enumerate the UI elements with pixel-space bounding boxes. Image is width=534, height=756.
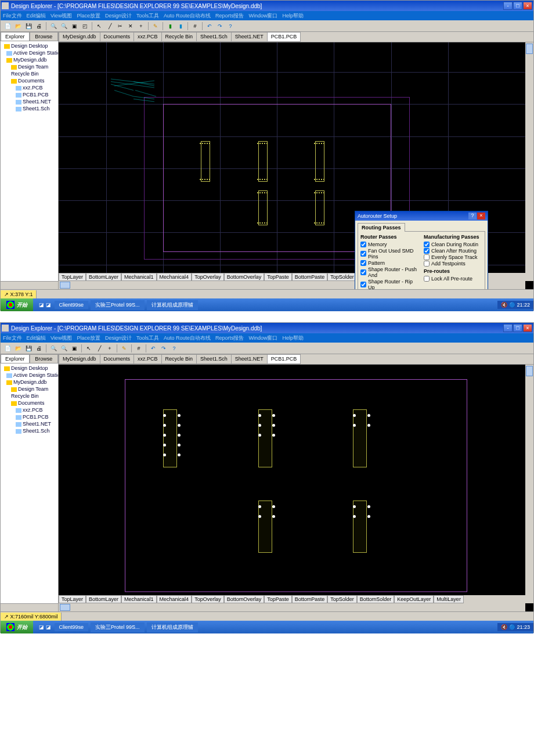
menu-place[interactable]: Place放置 [77, 12, 100, 20]
maximize-button[interactable]: □ [513, 2, 522, 10]
grid-icon[interactable]: # [190, 21, 200, 31]
pencil-icon[interactable]: ✎ [120, 344, 129, 353]
layer-tab[interactable]: TopOverlay [192, 595, 224, 603]
zoom-in-icon[interactable]: 🔍 [49, 21, 58, 31]
chk-testpoints[interactable]: Add Testpoints [424, 261, 482, 267]
start-button[interactable]: 开始 [1, 298, 33, 311]
layer-tab[interactable]: TopOverlay [192, 273, 224, 281]
doc-tab[interactable]: xxz.PCB [134, 32, 162, 42]
doc-tab[interactable]: MyDesign.ddb [59, 32, 100, 42]
layer2-icon[interactable]: ▮ [176, 21, 185, 31]
menu-view[interactable]: View视图 [50, 12, 72, 20]
line-icon[interactable]: ╱ [95, 344, 104, 353]
vertical-scrollbar[interactable] [525, 42, 533, 281]
layer-tab[interactable]: TopLayer [59, 273, 86, 281]
doc-tab-active[interactable]: PCB1.PCB [267, 32, 301, 42]
menu-view[interactable]: View视图 [50, 334, 72, 342]
task-item[interactable]: Client99se [55, 623, 89, 631]
help-icon[interactable]: ? [226, 21, 235, 31]
menu-tools[interactable]: Tools工具 [136, 12, 159, 20]
layer-tab[interactable]: Mechanical4 [157, 595, 192, 603]
menu-autoroute[interactable]: Auto Route自动布线 [164, 334, 211, 342]
task-item[interactable]: 计算机组成原理辅 [147, 622, 198, 632]
layer-tab[interactable]: BottomPaste [292, 273, 328, 281]
print-icon[interactable]: 🖨 [34, 21, 44, 31]
cross-icon[interactable]: ✕ [126, 21, 135, 31]
chk-lock[interactable]: Lock All Pre-route [424, 276, 482, 282]
menu-window[interactable]: Window窗口 [248, 12, 277, 20]
layer-tab[interactable]: BottomOverlay [224, 273, 265, 281]
zoom-in-icon[interactable]: 🔍 [49, 344, 58, 353]
menu-help[interactable]: Help帮助 [283, 334, 304, 342]
grid-icon[interactable]: # [134, 344, 143, 353]
menu-file[interactable]: File文件 [3, 334, 22, 342]
cursor-icon[interactable]: ↖ [84, 344, 93, 353]
close-button[interactable]: × [523, 2, 532, 10]
layer-tab[interactable]: TopSolder [327, 273, 357, 281]
menu-tools[interactable]: Tools工具 [136, 334, 159, 342]
help-icon[interactable]: ? [169, 344, 179, 353]
layer-tab[interactable]: TopPaste [264, 595, 292, 603]
menu-window[interactable]: Window窗口 [248, 334, 277, 342]
layer-tab[interactable]: MultiLayer [434, 595, 464, 603]
horizontal-scrollbar[interactable] [59, 603, 525, 611]
minimize-button[interactable]: - [503, 2, 513, 10]
chk-push[interactable]: Shape Router - Push And [360, 267, 419, 278]
undo-icon[interactable]: ↶ [205, 21, 214, 31]
system-tray[interactable]: 🔇 🔵 21:22 [497, 301, 533, 309]
layer1-icon[interactable]: ▮ [165, 21, 175, 31]
open-icon[interactable]: 📂 [13, 21, 23, 31]
dialog-tab[interactable]: Routing Passes [358, 223, 405, 232]
menu-file[interactable]: File文件 [3, 12, 22, 20]
minimize-button[interactable]: - [503, 324, 513, 332]
layer-tab[interactable]: TopSolder [327, 595, 357, 603]
scissors-icon[interactable]: ✂ [116, 21, 125, 31]
menu-reports[interactable]: Reports报告 [215, 12, 244, 20]
menu-autoroute[interactable]: Auto Route自动布线 [164, 12, 211, 20]
undo-icon[interactable]: ↶ [149, 344, 158, 353]
layer-tab[interactable]: KeepOutLayer [394, 595, 434, 603]
task-item[interactable]: 实验三Protel 99S... [91, 300, 145, 310]
menu-help[interactable]: Help帮助 [283, 12, 304, 20]
doc-tab[interactable]: MyDesign.ddb [59, 354, 100, 364]
pcb-canvas[interactable]: TopLayer BottomLayer Mechanical1 Mechani… [59, 365, 533, 611]
fit-icon[interactable]: ▣ [70, 21, 79, 31]
layer-tab[interactable]: Mechanical4 [157, 273, 192, 281]
sidebar-hscroll[interactable] [1, 603, 58, 611]
print-icon[interactable]: 🖨 [34, 344, 44, 353]
menu-edit[interactable]: Edit编辑 [27, 334, 46, 342]
doc-tab[interactable]: Recycle Bin [161, 32, 197, 42]
redo-icon[interactable]: ↷ [159, 344, 168, 353]
chk-fanout[interactable]: Fan Out Used SMD Pins [360, 248, 419, 260]
chk-clean-after[interactable]: Clean After Routing [424, 248, 482, 254]
chk-ripup[interactable]: Shape Router - Rip Up [360, 279, 419, 289]
layer-tab[interactable]: BottomSolder [357, 595, 395, 603]
doc-tab[interactable]: Sheet1.NET [231, 32, 268, 42]
vertical-scrollbar[interactable] [525, 365, 533, 603]
pcb-canvas[interactable]: TopLayer BottomLayer Mechanical1 Mechani… [59, 42, 533, 289]
layer-tab[interactable]: Mechanical1 [121, 273, 157, 281]
redo-icon[interactable]: ↷ [215, 21, 225, 31]
doc-tab[interactable]: Sheet1.Sch [196, 32, 232, 42]
plus-icon[interactable]: + [105, 344, 114, 353]
system-tray[interactable]: 🔇 🔵 21:23 [497, 623, 533, 631]
menu-edit[interactable]: Edit编辑 [27, 12, 46, 20]
line-icon[interactable]: ╱ [105, 21, 114, 31]
chk-evenly[interactable]: Evenly Space Track [424, 254, 482, 260]
menu-design[interactable]: Design设计 [105, 12, 132, 20]
doc-tab[interactable]: Sheet1.NET [231, 354, 268, 364]
tab-browse-pcb[interactable]: Browse PCB [30, 32, 59, 41]
new-icon[interactable]: 📄 [3, 21, 12, 31]
layer-tab[interactable]: BottomLayer [86, 273, 121, 281]
tab-browse-pcb[interactable]: Browse PCB [30, 354, 59, 363]
open-icon[interactable]: 📂 [13, 344, 23, 353]
menu-reports[interactable]: Reports报告 [215, 334, 244, 342]
layer-tab[interactable]: BottomOverlay [224, 595, 265, 603]
doc-tab[interactable]: Documents [100, 354, 135, 364]
save-icon[interactable]: 💾 [24, 21, 33, 31]
doc-tab[interactable]: Documents [100, 32, 135, 42]
save-icon[interactable]: 💾 [24, 344, 33, 353]
task-item[interactable]: 实验三Protel 99S... [91, 622, 145, 632]
tab-explorer[interactable]: Explorer [1, 32, 30, 41]
doc-tab-active[interactable]: PCB1.PCB [267, 354, 301, 364]
